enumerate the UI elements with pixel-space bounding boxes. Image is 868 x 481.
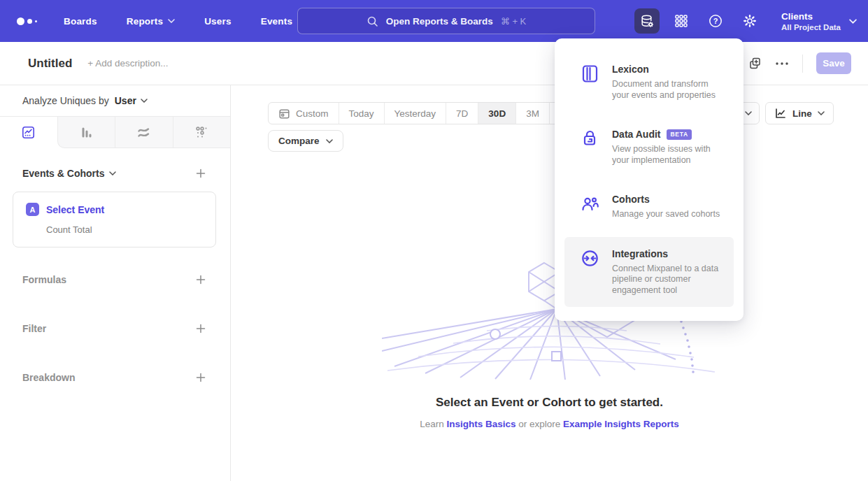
empty-state-heading: Select an Event or Cohort to get started… (436, 396, 663, 410)
date-range-control: Custom Today Yesterday 7D 30D 3M 6M (268, 102, 583, 124)
chevron-down-icon (168, 19, 175, 23)
search-placeholder: Open Reports & Boards (386, 16, 493, 27)
save-button[interactable]: Save (816, 52, 851, 74)
empty-state: Select an Event or Cohort to get started… (231, 260, 868, 429)
date-range-30d[interactable]: 30D (478, 103, 515, 124)
nav-item-events[interactable]: Events (261, 16, 292, 27)
date-range-label: 3M (526, 108, 539, 119)
menu-item-title: Integrations (612, 248, 668, 259)
nav-item-boards[interactable]: Boards (64, 16, 97, 27)
chevron-down-icon (109, 171, 116, 175)
mixpanel-logo[interactable] (17, 17, 37, 25)
top-nav-menu: Boards Reports Users Events (64, 16, 292, 27)
settings-button[interactable] (737, 8, 762, 34)
apps-grid-button[interactable] (669, 8, 694, 34)
date-range-today[interactable]: Today (339, 103, 384, 124)
event-letter-badge: A (26, 203, 39, 216)
tab-insights-line[interactable] (0, 117, 57, 148)
help-icon: ? (708, 13, 723, 29)
report-title[interactable]: Untitled (28, 57, 72, 71)
date-range-7d[interactable]: 7D (446, 103, 478, 124)
menu-item-description: Connect Mixpanel to a data pipeline or c… (612, 264, 727, 296)
chart-area: Custom Today Yesterday 7D 30D 3M 6M Line… (231, 85, 868, 481)
nav-item-label: Boards (64, 16, 97, 27)
project-selector[interactable]: Clients All Project Data (781, 11, 857, 31)
plus-icon (196, 373, 206, 382)
top-nav: Boards Reports Users Events Open Reports… (0, 0, 868, 42)
calendar-icon (278, 108, 290, 120)
subtext-prefix: Learn (420, 419, 446, 429)
formulas-label: Formulas (22, 274, 66, 285)
org-name: Clients (781, 11, 841, 22)
chevron-down-icon (849, 19, 857, 24)
analyze-label: Analyze Uniques by (22, 95, 109, 106)
grid-icon (674, 13, 689, 29)
chart-type-label: Line (792, 108, 812, 119)
data-management-button[interactable] (634, 8, 660, 34)
database-gear-icon (639, 13, 655, 29)
analyze-by-value: User (115, 95, 136, 106)
date-range-label: 30D (488, 108, 506, 119)
example-insights-reports-link[interactable]: Example Insights Reports (563, 419, 679, 429)
help-button[interactable]: ? (703, 8, 728, 34)
filter-section: Filter (22, 322, 207, 335)
insights-basics-link[interactable]: Insights Basics (446, 419, 515, 429)
add-filter-button[interactable] (194, 322, 207, 335)
global-search[interactable]: Open Reports & Boards ⌘ + K (297, 8, 595, 34)
formulas-section: Formulas (22, 273, 207, 286)
flow-tab-icon (136, 125, 151, 140)
event-card[interactable]: A Select Event Count Total (13, 192, 216, 247)
compare-dropdown[interactable]: Compare (268, 130, 343, 152)
menu-item-description: View possible issues with your implement… (612, 144, 727, 166)
date-range-label: Yesterday (394, 108, 436, 119)
add-event-button[interactable] (194, 167, 207, 180)
menu-item-data-audit[interactable]: Data Audit BETA View possible issues wit… (564, 117, 734, 177)
cohorts-people-icon (581, 194, 600, 220)
nav-item-label: Events (261, 16, 292, 27)
plus-icon (196, 275, 206, 285)
query-sidebar: Analyze Uniques by User (0, 85, 231, 481)
beta-badge: BETA (667, 129, 691, 140)
menu-item-title: Lexicon (612, 64, 649, 75)
tab-bar-chart[interactable] (57, 117, 115, 148)
count-total-selector[interactable]: Count Total (46, 224, 215, 235)
events-cohorts-header[interactable]: Events & Cohorts (22, 168, 116, 179)
data-management-menu: Lexicon Document and transform your even… (555, 38, 744, 321)
tab-scatter-chart[interactable] (173, 117, 231, 148)
menu-item-lexicon[interactable]: Lexicon Document and transform your even… (564, 52, 734, 112)
breakdown-section: Breakdown (22, 371, 207, 384)
duplicate-button[interactable] (748, 57, 762, 70)
divider (802, 55, 803, 73)
scatter-tab-icon (194, 125, 209, 140)
ellipsis-icon (775, 62, 789, 66)
menu-item-cohorts[interactable]: Cohorts Manage your saved cohorts (564, 182, 734, 231)
bar-chart-tab-icon (79, 125, 94, 140)
add-description-field[interactable]: + Add description... (87, 58, 168, 69)
date-range-custom[interactable]: Custom (269, 103, 339, 124)
more-options-button[interactable] (775, 62, 789, 66)
lexicon-book-icon (581, 64, 600, 101)
chart-type-dropdown[interactable]: Line (765, 102, 834, 124)
duplicate-icon (748, 57, 762, 70)
search-icon (367, 15, 378, 27)
analyze-by-dropdown[interactable]: User (115, 95, 148, 106)
add-formula-button[interactable] (194, 273, 207, 286)
menu-item-description: Manage your saved cohorts (612, 209, 720, 220)
select-event-button[interactable]: Select Event (46, 204, 104, 215)
line-chart-tab-icon (21, 125, 36, 140)
date-range-3m[interactable]: 3M (515, 103, 549, 124)
analyze-row: Analyze Uniques by User (0, 85, 230, 117)
integrations-sync-icon (581, 248, 600, 296)
filter-label: Filter (22, 323, 46, 334)
menu-item-description: Document and transform your events and p… (612, 79, 727, 101)
menu-item-integrations[interactable]: Integrations Connect Mixpanel to a data … (564, 237, 734, 308)
nav-item-label: Reports (127, 16, 163, 27)
gear-icon (742, 13, 757, 29)
report-header-actions: Save (748, 52, 851, 74)
date-range-yesterday[interactable]: Yesterday (384, 103, 446, 124)
nav-item-reports[interactable]: Reports (127, 16, 175, 27)
nav-item-label: Users (204, 16, 232, 27)
nav-item-users[interactable]: Users (204, 16, 232, 27)
add-breakdown-button[interactable] (194, 371, 207, 384)
tab-flow-chart[interactable] (115, 117, 173, 148)
